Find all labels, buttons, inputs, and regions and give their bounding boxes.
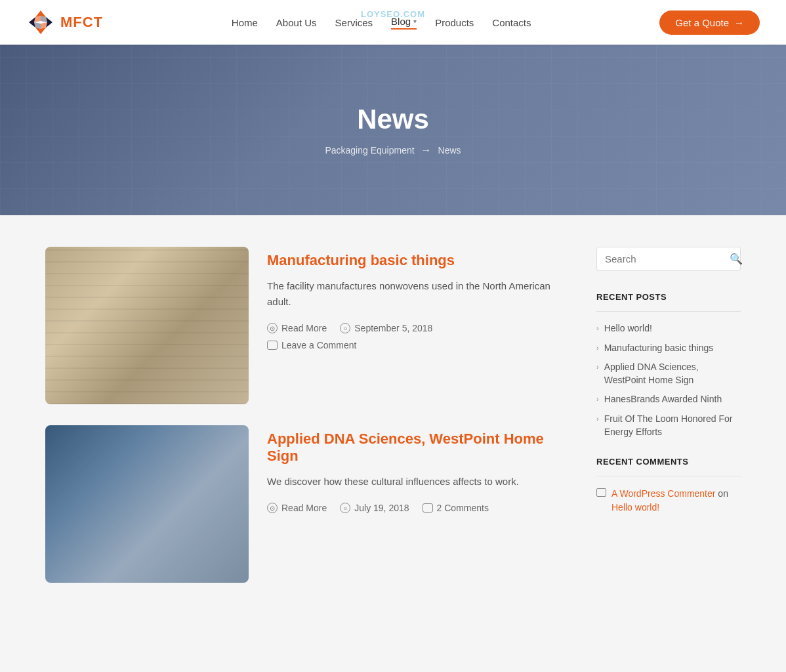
post-body-1: Manufacturing basic things The facility … bbox=[267, 247, 575, 404]
brand-name: MFCT bbox=[60, 14, 103, 31]
read-more-link-2[interactable]: ⊙ Read More bbox=[267, 503, 327, 513]
nav-blog[interactable]: Blog ▾ bbox=[391, 16, 417, 30]
post-image-2 bbox=[45, 425, 249, 583]
breadcrumb-arrow: → bbox=[421, 144, 432, 156]
read-more-icon-2: ⊙ bbox=[267, 503, 278, 513]
recent-post-item-2[interactable]: › Manufacturing basic things bbox=[596, 342, 741, 355]
post-meta-2: ⊙ Read More ○ July 19, 2018 2 Comments bbox=[267, 503, 575, 513]
search-input[interactable] bbox=[605, 253, 730, 264]
svg-marker-4 bbox=[41, 16, 47, 22]
comment-icon-2 bbox=[423, 503, 433, 513]
comment-box-icon bbox=[596, 488, 606, 497]
recent-post-item-5[interactable]: › Fruit Of The Loom Honored For Energy E… bbox=[596, 413, 741, 438]
post-excerpt-2: We discover how these cultural influence… bbox=[267, 474, 575, 490]
svg-marker-2 bbox=[29, 17, 35, 28]
logo-icon bbox=[26, 8, 55, 37]
header: MFCT LOYSEO.COM Home About Us Services B… bbox=[0, 0, 786, 45]
recent-comments-title: RECENT COMMENTS bbox=[596, 457, 741, 467]
get-quote-button[interactable]: Get a Quote → bbox=[659, 10, 760, 35]
post-title-2[interactable]: Applied DNA Sciences, WestPoint Home Sig… bbox=[267, 430, 575, 465]
recent-posts-title: RECENT POSTS bbox=[596, 292, 741, 302]
recent-comments-section: RECENT COMMENTS A WordPress Commenter on… bbox=[596, 457, 741, 514]
posts-list: Manufacturing basic things The facility … bbox=[45, 247, 575, 583]
arrow-icon: → bbox=[734, 17, 744, 28]
read-more-icon: ⊙ bbox=[267, 323, 278, 333]
comment-post-link[interactable]: Hello world! bbox=[611, 502, 659, 513]
recent-post-item-4[interactable]: › HanesBrands Awarded Ninth bbox=[596, 393, 741, 406]
clock-icon-2: ○ bbox=[340, 503, 350, 513]
main-content: Manufacturing basic things The facility … bbox=[32, 247, 754, 583]
chevron-down-icon: ▾ bbox=[413, 18, 417, 25]
svg-marker-7 bbox=[34, 22, 41, 29]
hero-content: News Packaging Equipment → News bbox=[325, 104, 461, 156]
search-box[interactable]: 🔍 bbox=[596, 247, 741, 271]
svg-marker-3 bbox=[46, 17, 52, 28]
hero-banner: News Packaging Equipment → News bbox=[0, 45, 786, 215]
sidebar: 🔍 RECENT POSTS › Hello world! › Manufact… bbox=[596, 247, 741, 583]
post-title-1[interactable]: Manufacturing basic things bbox=[267, 252, 575, 269]
chevron-right-icon: › bbox=[596, 394, 599, 404]
comment-link-2[interactable]: 2 Comments bbox=[423, 503, 489, 513]
post-meta-1: ⊙ Read More ○ September 5, 2018 bbox=[267, 323, 575, 333]
breadcrumb-current: News bbox=[438, 145, 461, 156]
nav-about[interactable]: About Us bbox=[276, 17, 317, 28]
svg-marker-6 bbox=[41, 22, 47, 29]
svg-marker-5 bbox=[34, 16, 41, 22]
comment-icon bbox=[267, 341, 278, 350]
nav-contacts[interactable]: Contacts bbox=[492, 17, 531, 28]
post-image-1 bbox=[45, 247, 249, 404]
chevron-right-icon: › bbox=[596, 324, 599, 333]
breadcrumb: Packaging Equipment → News bbox=[325, 144, 461, 156]
recent-posts-section: RECENT POSTS › Hello world! › Manufactur… bbox=[596, 292, 741, 438]
recent-comment-item: A WordPress Commenter on Hello world! bbox=[596, 487, 741, 514]
chevron-right-icon: › bbox=[596, 414, 599, 424]
recent-post-item-1[interactable]: › Hello world! bbox=[596, 322, 741, 335]
post-card: Manufacturing basic things The facility … bbox=[45, 247, 575, 404]
divider-2 bbox=[596, 476, 741, 476]
breadcrumb-home[interactable]: Packaging Equipment bbox=[325, 145, 414, 156]
post-comment-meta-1: Leave a Comment bbox=[267, 340, 575, 350]
chevron-right-icon: › bbox=[596, 343, 599, 353]
nav-products[interactable]: Products bbox=[435, 17, 474, 28]
read-more-link-1[interactable]: ⊙ Read More bbox=[267, 323, 327, 333]
divider-1 bbox=[596, 311, 741, 312]
post-date-2: ○ July 19, 2018 bbox=[340, 503, 409, 513]
main-nav: Home About Us Services Blog ▾ Products C… bbox=[232, 16, 531, 30]
post-card-2: Applied DNA Sciences, WestPoint Home Sig… bbox=[45, 425, 575, 583]
nav-services[interactable]: Services bbox=[335, 17, 373, 28]
post-excerpt-1: The facility manufactures nonwovens used… bbox=[267, 278, 575, 310]
chevron-right-icon: › bbox=[596, 362, 599, 372]
page-title: News bbox=[325, 104, 461, 135]
nav-home[interactable]: Home bbox=[232, 17, 258, 28]
comment-link-1[interactable]: Leave a Comment bbox=[267, 340, 356, 350]
search-button[interactable]: 🔍 bbox=[730, 253, 743, 265]
recent-post-item-3[interactable]: › Applied DNA Sciences, WestPoint Home S… bbox=[596, 361, 741, 387]
logo[interactable]: MFCT bbox=[26, 8, 103, 37]
post-body-2: Applied DNA Sciences, WestPoint Home Sig… bbox=[267, 425, 575, 583]
clock-icon: ○ bbox=[340, 323, 350, 333]
comment-author-link[interactable]: A WordPress Commenter bbox=[611, 488, 715, 499]
post-date-1: ○ September 5, 2018 bbox=[340, 323, 432, 333]
